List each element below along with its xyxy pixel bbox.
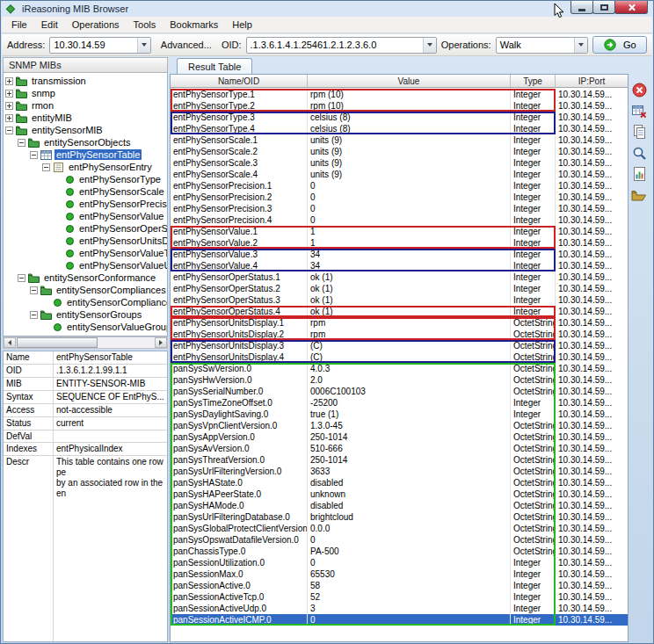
table-row[interactable]: entPhySensorOperStatus.2ok (1)Integer10.…: [171, 283, 628, 294]
table-row[interactable]: entPhySensorOperStatus.3ok (1)Integer10.…: [171, 294, 628, 306]
menu-help[interactable]: Help: [225, 18, 259, 32]
open-folder-button[interactable]: [632, 187, 650, 203]
table-row[interactable]: panSysAppVersion.0250-1014OctetString10.…: [171, 431, 628, 443]
table-row[interactable]: panSessionActiveUdp.03Integer10.30.14.59…: [171, 603, 628, 614]
table-row[interactable]: panSysHAMode.0disabledOctetString10.30.1…: [171, 500, 628, 511]
expand-icon[interactable]: [5, 77, 13, 85]
table-row[interactable]: panSessionMax.065530Integer10.30.14.59..…: [171, 568, 628, 580]
tree-item-entphysensortype[interactable]: entPhySensorType: [4, 173, 167, 185]
close-button[interactable]: [614, 1, 648, 14]
tab-result-table[interactable]: Result Table: [177, 58, 252, 75]
table-row[interactable]: entPhySensorPrecision.10Integer10.30.14.…: [171, 180, 628, 192]
table-row[interactable]: entPhySensorUnitsDisplay.4(C)OctetString…: [171, 351, 628, 363]
collapse-icon[interactable]: [30, 151, 38, 159]
table-row[interactable]: entPhySensorValue.334Integer10.30.14.59.…: [171, 249, 628, 260]
tree-item-entitymib[interactable]: entityMIB: [4, 112, 167, 124]
export-table-button[interactable]: [632, 103, 650, 119]
tree-item-entitysensorgroups[interactable]: entitySensorGroups: [4, 308, 167, 321]
menu-operations[interactable]: Operations: [65, 18, 127, 32]
maximize-button[interactable]: [592, 1, 615, 14]
table-row[interactable]: entPhySensorType.3celsius (8)Integer10.3…: [171, 112, 628, 123]
table-row[interactable]: panSysUrlFilteringDatabase.0brightcloudO…: [171, 511, 628, 523]
table-row[interactable]: entPhySensorType.4celsius (8)Integer10.3…: [171, 123, 628, 134]
minimize-button[interactable]: [570, 1, 593, 14]
expand-icon[interactable]: [5, 102, 13, 110]
tree-item-entphysensorprecision[interactable]: entPhySensorPrecision: [4, 198, 167, 210]
tree-item-rmon[interactable]: rmon: [4, 99, 167, 112]
table-row[interactable]: panSessionActiveTcp.052Integer10.30.14.5…: [171, 591, 628, 603]
table-row[interactable]: entPhySensorPrecision.30Integer10.30.14.…: [171, 203, 628, 214]
table-row[interactable]: panSessionUtilization.00Integer10.30.14.…: [171, 557, 628, 568]
table-row[interactable]: panChassisType.0PA-500OctetString10.30.1…: [171, 546, 628, 557]
table-row[interactable]: entPhySensorPrecision.20Integer10.30.14.…: [171, 192, 628, 203]
report-button[interactable]: [632, 166, 650, 182]
column-header-value[interactable]: Value: [308, 75, 511, 87]
tree-item-snmp[interactable]: snmp: [4, 87, 167, 99]
collapse-icon[interactable]: [18, 139, 25, 147]
collapse-icon[interactable]: [5, 127, 13, 134]
table-row[interactable]: panSysSwVersion.04.0.3OctetString10.30.1…: [171, 363, 628, 374]
table-row[interactable]: entPhySensorScale.3units (9)Integer10.30…: [171, 157, 628, 169]
collapse-icon[interactable]: [30, 286, 38, 294]
menu-tools[interactable]: Tools: [127, 18, 164, 32]
dropdown-arrow-icon[interactable]: [574, 38, 587, 53]
operations-combo[interactable]: Walk: [496, 37, 589, 54]
table-row[interactable]: panSysThreatVersion.0250-1014OctetString…: [171, 454, 628, 466]
scrollbar-thumb[interactable]: [17, 337, 98, 348]
tree-item-entitysensorobjects[interactable]: entitySensorObjects: [4, 136, 167, 148]
table-row[interactable]: entPhySensorScale.2units (9)Integer10.30…: [171, 146, 628, 157]
table-row[interactable]: panSysTimeZoneOffset.0-25200Integer10.30…: [171, 397, 628, 409]
dropdown-arrow-icon[interactable]: [423, 38, 436, 53]
tree-item-entitysensormib[interactable]: entitySensorMIB: [4, 124, 167, 136]
go-button[interactable]: Go: [592, 36, 647, 54]
tree-item-entitysensorconformance[interactable]: entitySensorConformance: [4, 271, 167, 284]
menu-file[interactable]: File: [4, 18, 34, 32]
tree-item-entitysensorvaluegroup[interactable]: entitySensorValueGroup: [4, 321, 167, 333]
table-row[interactable]: panSysAvVersion.0510-666OctetString10.30…: [171, 443, 628, 454]
table-row[interactable]: panSysHwVersion.02.0OctetString10.30.14.…: [171, 374, 628, 386]
table-row[interactable]: entPhySensorValue.434Integer10.30.14.59.…: [171, 260, 628, 271]
collapse-icon[interactable]: [42, 163, 50, 171]
table-row[interactable]: panSysOpswatDatafileVersion.00OctetStrin…: [171, 534, 628, 546]
tree-item-entphysensorvalueupdaterate[interactable]: entPhySensorValueUpdateRate: [4, 259, 167, 271]
table-row[interactable]: entPhySensorValue.21Integer10.30.14.59..…: [171, 237, 628, 249]
menu-bookmarks[interactable]: Bookmarks: [163, 18, 225, 32]
table-row[interactable]: entPhySensorType.2rpm (10)Integer10.30.1…: [171, 100, 628, 112]
table-row[interactable]: panSysSerialNumber.00006C100103OctetStri…: [171, 386, 628, 397]
expand-icon[interactable]: [5, 90, 13, 98]
table-row[interactable]: panSysHAPeerState.0unknownOctetString10.…: [171, 488, 628, 500]
search-button[interactable]: [632, 145, 650, 161]
tree-item-entphysensorentry[interactable]: entPhySensorEntry: [4, 161, 167, 173]
tree-item-entphysensorvaluetimestamp[interactable]: entPhySensorValueTimeStamp: [4, 247, 167, 259]
table-row[interactable]: entPhySensorUnitsDisplay.1rpmOctetString…: [171, 317, 628, 329]
tree-item-entphysensoroperstatus[interactable]: entPhySensorOperStatus: [4, 222, 167, 235]
scroll-left-button[interactable]: [4, 337, 16, 348]
table-row[interactable]: entPhySensorUnitsDisplay.3(C)OctetString…: [171, 340, 628, 351]
table-row[interactable]: panSessionActiveICMP.00Integer10.30.14.5…: [171, 614, 628, 626]
advanced-button[interactable]: Advanced...: [156, 38, 217, 52]
tree-item-transmission[interactable]: transmission: [4, 75, 167, 87]
table-row[interactable]: entPhySensorOperStatus.1ok (1)Integer10.…: [171, 271, 628, 283]
address-combo[interactable]: 10.30.14.59: [49, 37, 150, 54]
table-row[interactable]: entPhySensorScale.4units (9)Integer10.30…: [171, 169, 628, 180]
table-row[interactable]: entPhySensorType.1rpm (10)Integer10.30.1…: [171, 89, 628, 100]
column-header-type[interactable]: Type: [511, 75, 556, 87]
tree-item-entphysensorscale[interactable]: entPhySensorScale: [4, 185, 167, 198]
expand-icon[interactable]: [5, 114, 13, 122]
scroll-right-button[interactable]: [155, 337, 167, 348]
collapse-icon[interactable]: [30, 311, 38, 319]
close-results-button[interactable]: [632, 82, 650, 98]
tree-item-entphysensorvalue[interactable]: entPhySensorValue: [4, 210, 167, 222]
tree-item-entitysensorcompliance[interactable]: entitySensorCompliance: [4, 296, 167, 308]
table-row[interactable]: panSysGlobalProtectClientVersion.00.0.0O…: [171, 523, 628, 534]
oid-combo[interactable]: .1.3.6.1.4.1.25461.2.1.2.3.6.0: [246, 37, 437, 54]
table-row[interactable]: entPhySensorValue.11Integer10.30.14.59..…: [171, 226, 628, 237]
tree-item-entitysensorcompliances[interactable]: entitySensorCompliances: [4, 284, 167, 296]
table-row[interactable]: entPhySensorPrecision.40Integer10.30.14.…: [171, 214, 628, 226]
column-header-ip-port[interactable]: IP:Port: [556, 75, 628, 87]
tree-horizontal-scrollbar[interactable]: [3, 336, 168, 349]
table-row[interactable]: panSysHAState.0disabledOctetString10.30.…: [171, 477, 628, 488]
table-row[interactable]: panSessionActive.058Integer10.30.14.59..…: [171, 580, 628, 591]
column-header-name-oid[interactable]: Name/OID: [171, 75, 308, 87]
table-row[interactable]: entPhySensorScale.1units (9)Integer10.30…: [171, 134, 628, 146]
